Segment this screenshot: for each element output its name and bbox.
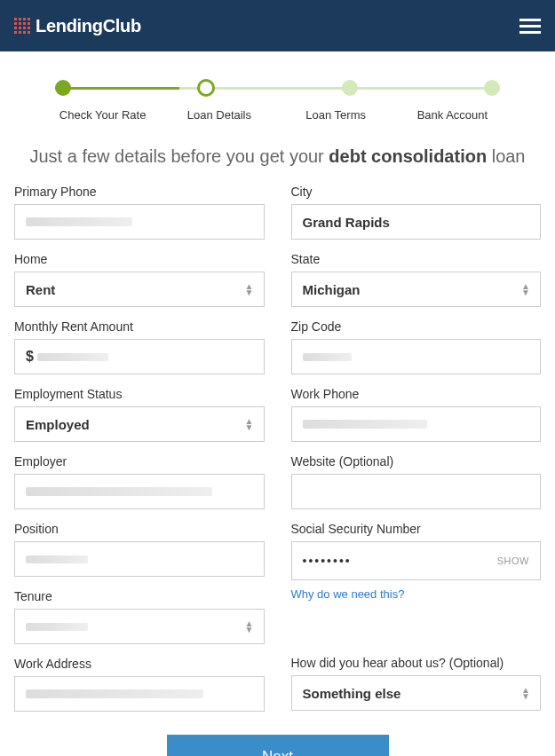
home-label: Home: [14, 252, 265, 266]
work-address-label: Work Address: [14, 657, 265, 671]
primary-phone-input[interactable]: [14, 204, 265, 240]
step-label-2: Loan Details: [161, 108, 277, 122]
ssn-input[interactable]: •••••••• SHOW: [291, 541, 542, 580]
state-select[interactable]: Michigan: [291, 272, 542, 307]
rent-input[interactable]: $: [14, 339, 265, 374]
zip-input[interactable]: [291, 339, 542, 374]
heading-bold: debt consolidation: [329, 146, 487, 166]
currency-prefix: $: [26, 349, 34, 365]
work-phone-input[interactable]: [291, 406, 542, 442]
zip-label: Zip Code: [291, 319, 542, 334]
ssn-label: Social Security Number: [291, 522, 542, 536]
position-label: Position: [14, 522, 265, 536]
step-dot-1: [55, 80, 71, 96]
tenure-label: Tenure: [14, 589, 265, 603]
hear-about-label: How did you hear about us? (Optional): [291, 656, 542, 670]
form: Primary Phone Home Rent ▲▼ Monthly Rent …: [0, 185, 555, 724]
employment-status-select[interactable]: Employed: [14, 406, 265, 442]
logo[interactable]: LendingClub: [14, 16, 141, 36]
city-label: City: [291, 185, 542, 199]
website-label: Website (Optional): [291, 454, 542, 469]
next-button[interactable]: Next: [167, 735, 389, 756]
progress-stepper: Check Your Rate Loan Details Loan Terms …: [0, 51, 555, 143]
hear-about-select[interactable]: Something else: [291, 675, 542, 711]
website-input[interactable]: [291, 474, 542, 509]
heading-prefix: Just a few details before you get your: [29, 146, 329, 166]
brand-name: LendingClub: [36, 16, 141, 36]
right-column: City Grand Rapids State Michigan ▲▼ Zip …: [291, 185, 542, 724]
heading-suffix: loan: [487, 146, 525, 166]
page-heading: Just a few details before you get your d…: [0, 143, 555, 185]
state-value: Michigan: [303, 282, 361, 297]
menu-icon[interactable]: [519, 19, 541, 34]
spacer: [291, 601, 542, 640]
tenure-select[interactable]: [14, 609, 265, 644]
step-dot-4: [484, 80, 500, 96]
header: LendingClub: [0, 0, 555, 51]
position-input[interactable]: [14, 541, 265, 577]
work-address-input[interactable]: [14, 676, 265, 712]
home-select[interactable]: Rent: [14, 272, 265, 307]
step-label-1: Check Your Rate: [44, 108, 161, 122]
rent-label: Monthly Rent Amount: [14, 319, 265, 334]
employment-status-value: Employed: [26, 417, 90, 432]
hear-about-value: Something else: [303, 686, 401, 701]
city-value: Grand Rapids: [303, 215, 390, 230]
employer-input[interactable]: [14, 474, 265, 509]
step-label-3: Loan Terms: [278, 108, 394, 122]
ssn-value: ••••••••: [303, 554, 352, 568]
ssn-help-link[interactable]: Why do we need this?: [291, 587, 542, 601]
ssn-show-button[interactable]: SHOW: [497, 555, 529, 566]
employer-label: Employer: [14, 454, 265, 469]
primary-phone-label: Primary Phone: [14, 185, 265, 199]
left-column: Primary Phone Home Rent ▲▼ Monthly Rent …: [14, 185, 265, 724]
step-label-4: Bank Account: [394, 108, 511, 122]
work-phone-label: Work Phone: [291, 387, 542, 401]
state-label: State: [291, 252, 542, 266]
home-value: Rent: [26, 282, 55, 297]
employment-status-label: Employment Status: [14, 387, 265, 401]
city-input[interactable]: Grand Rapids: [291, 204, 542, 240]
logo-icon: [14, 18, 30, 34]
step-dot-2: [197, 79, 215, 97]
step-dot-3: [342, 80, 358, 96]
